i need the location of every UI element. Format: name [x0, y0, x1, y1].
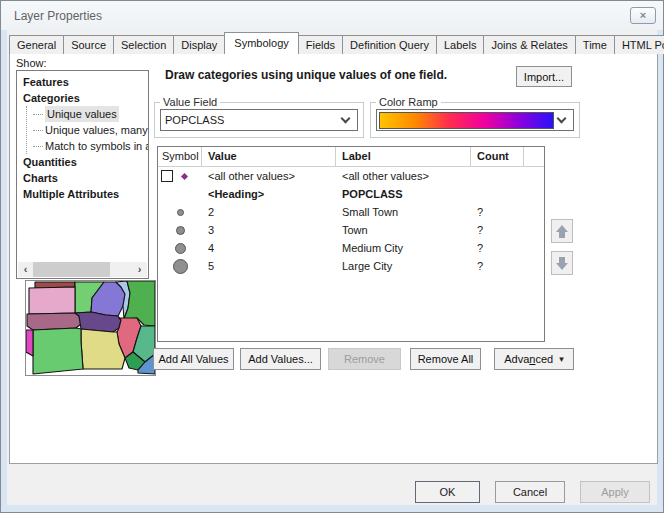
dropdown-caret-icon: ▾: [559, 354, 564, 364]
tree-item-multiple-attributes[interactable]: Multiple Attributes: [23, 186, 148, 202]
scrollbar-track[interactable]: [33, 262, 132, 277]
tab-definition-query[interactable]: Definition Query: [342, 35, 437, 54]
column-label: Label: [336, 147, 471, 167]
tree-item-categories[interactable]: Categories: [23, 90, 148, 106]
unique-values-table: Symbol Value Label Count <all other valu…: [157, 146, 545, 342]
move-up-button[interactable]: [551, 219, 573, 243]
color-ramp-group: Color Ramp: [370, 96, 580, 138]
chevron-down-icon: [557, 113, 567, 123]
tree-connector: [33, 114, 43, 115]
add-values-button[interactable]: Add Values...: [240, 348, 321, 370]
layer-properties-dialog: Layer Properties × General Source Select…: [0, 0, 664, 513]
column-value: Value: [202, 147, 336, 167]
dialog-frame: Layer Properties × General Source Select…: [0, 0, 664, 513]
table-row[interactable]: <Heading> POPCLASS: [158, 185, 544, 203]
symbology-page: Show: Features Categories Unique values …: [9, 53, 658, 464]
tree-item-charts[interactable]: Charts: [23, 170, 148, 186]
color-ramp-label: Color Ramp: [376, 96, 441, 108]
map-preview: [25, 280, 156, 376]
column-spacer: [524, 147, 544, 167]
column-count: Count: [471, 147, 524, 167]
scrollbar-thumb[interactable]: [33, 262, 110, 277]
tab-selection[interactable]: Selection: [113, 35, 174, 54]
tab-labels[interactable]: Labels: [436, 35, 484, 54]
tree-item-features[interactable]: Features: [23, 74, 148, 90]
color-ramp-dropdown[interactable]: [376, 109, 574, 131]
tree-item-unique-values[interactable]: Unique values: [27, 106, 148, 122]
arrow-down-icon: [556, 257, 568, 270]
close-icon[interactable]: ×: [630, 7, 656, 24]
point-symbol-icon[interactable]: [175, 243, 186, 254]
panel-heading: Draw categories using unique values of o…: [165, 68, 515, 82]
tab-html-popup[interactable]: HTML Popup: [614, 35, 664, 54]
scroll-left-icon[interactable]: ‹: [18, 262, 33, 277]
apply-button[interactable]: Apply: [580, 481, 650, 503]
point-symbol-icon[interactable]: [181, 172, 188, 179]
table-row[interactable]: <all other values> <all other values>: [158, 167, 544, 185]
map-preview-image: [26, 281, 155, 375]
value-field-value: POPCLASS: [161, 114, 338, 126]
tab-symbology[interactable]: Symbology: [224, 32, 298, 54]
tree-horizontal-scrollbar[interactable]: ‹ ›: [18, 262, 147, 277]
remove-all-button[interactable]: Remove All: [410, 348, 481, 370]
advanced-label: Advanced: [504, 353, 553, 365]
table-header: Symbol Value Label Count: [158, 147, 544, 167]
value-field-label: Value Field: [160, 96, 220, 108]
add-all-values-button[interactable]: Add All Values: [153, 348, 234, 370]
tab-time[interactable]: Time: [575, 35, 615, 54]
scroll-right-icon[interactable]: ›: [132, 262, 147, 277]
show-tree: Features Categories Unique values Unique…: [16, 70, 149, 279]
tab-general[interactable]: General: [9, 35, 64, 54]
tree-item-quantities[interactable]: Quantities: [23, 154, 148, 170]
tab-strip: General Source Selection Display Symbolo…: [9, 32, 664, 54]
point-symbol-icon[interactable]: [173, 259, 188, 274]
point-symbol-icon[interactable]: [177, 209, 184, 216]
import-button[interactable]: Import...: [516, 66, 572, 87]
column-symbol: Symbol: [158, 147, 202, 167]
tab-source[interactable]: Source: [63, 35, 114, 54]
all-other-values-checkbox[interactable]: [161, 170, 173, 182]
remove-button[interactable]: Remove: [328, 348, 401, 370]
tab-display[interactable]: Display: [173, 35, 225, 54]
show-label: Show:: [16, 57, 47, 69]
move-down-button[interactable]: [551, 251, 573, 275]
tab-fields[interactable]: Fields: [298, 35, 343, 54]
tab-joins-relates[interactable]: Joins & Relates: [483, 35, 575, 54]
value-field-dropdown[interactable]: POPCLASS: [160, 109, 358, 131]
tree-item-match-to-symbols[interactable]: Match to symbols in a: [27, 138, 148, 154]
frame-strip-bottom: [1, 505, 663, 512]
table-row[interactable]: 4 Medium City ?: [158, 239, 544, 257]
tree-connector: [33, 146, 43, 147]
frame-strip-left: [1, 30, 7, 512]
titlebar: Layer Properties ×: [1, 1, 663, 30]
value-field-group: Value Field POPCLASS: [154, 96, 364, 138]
color-ramp-swatch: [379, 112, 554, 129]
cancel-button[interactable]: Cancel: [495, 481, 565, 503]
arrow-up-icon: [556, 225, 568, 238]
chevron-down-icon: [341, 113, 351, 123]
point-symbol-icon[interactable]: [176, 226, 185, 235]
table-row[interactable]: 2 Small Town ?: [158, 203, 544, 221]
tree-connector: [33, 130, 43, 131]
tree-item-unique-values-many[interactable]: Unique values, many: [27, 122, 148, 138]
window-title: Layer Properties: [14, 9, 102, 23]
ok-button[interactable]: OK: [415, 481, 480, 503]
table-row[interactable]: 3 Town ?: [158, 221, 544, 239]
advanced-button[interactable]: Advanced ▾: [494, 348, 574, 370]
table-row[interactable]: 5 Large City ?: [158, 257, 544, 275]
